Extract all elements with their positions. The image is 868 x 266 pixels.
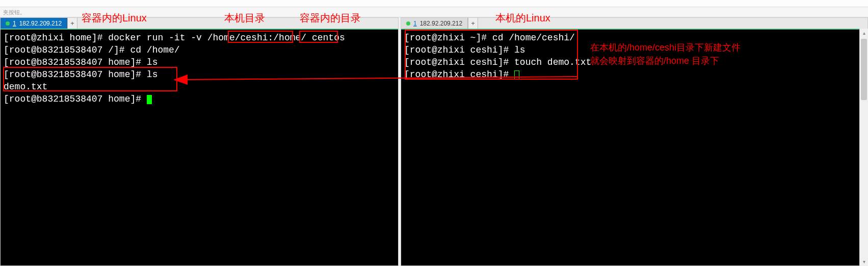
cursor-icon	[147, 95, 152, 104]
anno-container-linux: 容器内的Linux	[82, 11, 147, 25]
term-line: [root@b83218538407 home]# ls	[4, 56, 395, 68]
left-pane: 1 182.92.209.212 + [root@zhixi home]# do…	[0, 17, 399, 266]
cursor-outline-icon	[514, 70, 519, 80]
scroll-up-icon[interactable]: ▴	[860, 29, 868, 37]
anno-explanation-line1: 在本机的/home/ceshi目录下新建文件	[590, 41, 741, 54]
term-line: demo.txt	[4, 81, 395, 93]
window-top-strip	[0, 0, 868, 7]
anno-host-dir: 本机目录	[224, 11, 265, 25]
anno-host-linux: 本机的Linux	[495, 11, 550, 25]
left-terminal[interactable]: [root@zhixi home]# docker run -it -v /ho…	[1, 29, 398, 265]
term-line: [root@b83218538407 /]# cd /home/	[4, 44, 395, 56]
anno-container-dir: 容器内的目录	[300, 11, 361, 25]
term-line: [root@zhixi home]# docker run -it -v /ho…	[4, 32, 395, 44]
term-line: [root@zhixi ceshi]#	[404, 68, 864, 81]
top-annotations: 容器内的Linux 本机目录 容器内的目录 本机的Linux	[0, 11, 868, 27]
scrollbar-thumb[interactable]	[861, 39, 867, 100]
term-line: [root@b83218538407 home]# ls	[4, 68, 395, 81]
vertical-scrollbar[interactable]: ▴ ▾	[859, 29, 868, 266]
term-line: [root@b83218538407 home]#	[4, 93, 395, 105]
anno-explanation-line2: 就会映射到容器的/home 目录下	[590, 54, 741, 67]
scroll-down-icon[interactable]: ▾	[860, 257, 868, 266]
anno-explanation: 在本机的/home/ceshi目录下新建文件 就会映射到容器的/home 目录下	[590, 41, 741, 67]
